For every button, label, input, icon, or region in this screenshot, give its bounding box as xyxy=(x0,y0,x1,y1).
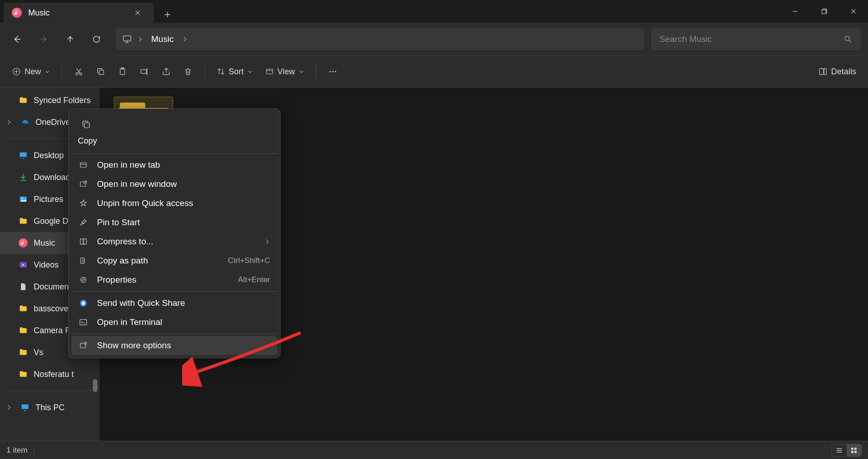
svg-rect-22 xyxy=(84,123,89,128)
title-bar: Music xyxy=(0,0,868,23)
new-tab-button[interactable] xyxy=(159,6,176,23)
new-button[interactable]: New xyxy=(5,62,56,81)
context-item-label: Open in new window xyxy=(97,179,177,189)
folder-icon xyxy=(18,369,28,379)
folder-icon xyxy=(18,325,28,335)
sidebar-divider xyxy=(6,391,93,391)
context-quick-share[interactable]: Send with Quick Share xyxy=(71,294,277,313)
sidebar-item-nosferatu[interactable]: Nosferatu t xyxy=(0,363,100,385)
separator xyxy=(34,445,34,455)
view-details-button[interactable] xyxy=(832,444,847,456)
toolbar: New Sort View Details xyxy=(0,56,868,88)
copy-button[interactable] xyxy=(90,62,112,81)
view-icons-button[interactable] xyxy=(847,444,861,456)
up-button[interactable] xyxy=(58,28,82,50)
terminal-icon xyxy=(79,318,89,327)
chevron-right-icon xyxy=(265,239,270,244)
more-options-icon xyxy=(79,341,89,350)
downloads-icon xyxy=(18,172,28,182)
context-copy-label[interactable]: Copy xyxy=(78,136,271,146)
share-button[interactable] xyxy=(155,62,177,81)
chevron-right-icon[interactable] xyxy=(138,36,143,42)
folder-icon xyxy=(18,304,28,314)
svg-rect-28 xyxy=(80,320,87,325)
chevron-down-icon xyxy=(45,69,50,74)
separator xyxy=(316,64,317,79)
search-box[interactable] xyxy=(651,28,861,50)
address-bar[interactable]: Music xyxy=(116,28,644,50)
documents-icon xyxy=(18,282,28,292)
chevron-right-icon[interactable] xyxy=(4,119,15,125)
pc-icon xyxy=(122,34,132,44)
pin-icon xyxy=(79,218,89,227)
context-item-label: Unpin from Quick access xyxy=(97,198,193,208)
cut-button[interactable] xyxy=(68,62,90,81)
context-pin-to-start[interactable]: Pin to Start xyxy=(71,213,277,232)
svg-rect-7 xyxy=(99,70,104,75)
svg-rect-31 xyxy=(851,448,853,450)
context-open-terminal[interactable]: Open in Terminal xyxy=(71,313,277,332)
music-icon xyxy=(18,238,28,248)
svg-rect-32 xyxy=(854,448,857,450)
new-label: New xyxy=(25,67,41,77)
folder-icon xyxy=(18,95,28,105)
context-compress-to[interactable]: Compress to... xyxy=(71,232,277,251)
pictures-icon xyxy=(18,194,28,204)
onedrive-icon xyxy=(20,117,30,127)
sidebar-item-label: Vs xyxy=(34,348,43,357)
more-button[interactable] xyxy=(322,62,344,81)
context-separator xyxy=(71,291,277,292)
search-icon[interactable] xyxy=(843,35,853,44)
sidebar-scrollbar-thumb[interactable] xyxy=(93,379,97,392)
view-label: View xyxy=(277,67,295,77)
view-button[interactable]: View xyxy=(259,62,311,81)
sort-button[interactable]: Sort xyxy=(210,62,259,81)
svg-rect-16 xyxy=(824,68,826,74)
refresh-button[interactable] xyxy=(85,28,108,50)
sidebar-item-label: Nosferatu t xyxy=(34,370,74,379)
chevron-right-icon[interactable] xyxy=(4,405,15,410)
window-controls xyxy=(781,0,868,23)
paste-button[interactable] xyxy=(112,62,133,81)
context-copy-as-path[interactable]: Copy as path Ctrl+Shift+C xyxy=(71,251,277,270)
svg-rect-11 xyxy=(266,69,273,74)
close-window-button[interactable] xyxy=(839,0,868,23)
breadcrumb-music[interactable]: Music xyxy=(148,34,177,44)
context-item-label: Properties xyxy=(97,275,137,285)
context-unpin-quick-access[interactable]: Unpin from Quick access xyxy=(71,194,277,213)
forward-button[interactable] xyxy=(32,28,56,50)
context-open-new-window[interactable]: Open in new window xyxy=(71,175,277,194)
minimize-button[interactable] xyxy=(781,0,810,23)
context-item-label: Copy as path xyxy=(97,256,148,266)
context-separator xyxy=(71,334,277,334)
sidebar-item-label: Pictures xyxy=(34,195,63,204)
compress-icon xyxy=(79,237,89,246)
details-button[interactable]: Details xyxy=(812,62,863,81)
svg-point-3 xyxy=(845,36,849,41)
tab-music[interactable]: Music xyxy=(4,3,154,23)
rename-button[interactable] xyxy=(133,62,155,81)
context-properties[interactable]: Properties Alt+Enter xyxy=(71,270,277,289)
sidebar-item-synced-folders[interactable]: Synced Folders xyxy=(0,89,100,111)
back-button[interactable] xyxy=(5,28,29,50)
tab-close-button[interactable] xyxy=(129,5,146,21)
maximize-button[interactable] xyxy=(810,0,839,23)
sidebar-item-this-pc[interactable]: This PC xyxy=(0,397,100,418)
svg-point-13 xyxy=(332,71,333,72)
svg-rect-10 xyxy=(141,70,147,73)
context-open-new-tab[interactable]: Open in new tab xyxy=(71,155,277,175)
delete-button[interactable] xyxy=(177,62,199,81)
context-item-label: Pin to Start xyxy=(97,217,140,227)
new-tab-icon xyxy=(79,160,89,170)
svg-rect-23 xyxy=(80,163,86,167)
separator xyxy=(204,64,205,79)
context-item-label: Send with Quick Share xyxy=(97,298,185,308)
sidebar-item-label: Music xyxy=(34,238,55,248)
context-copy-icon-button[interactable] xyxy=(78,116,94,133)
context-show-more-options[interactable]: Show more options xyxy=(71,336,277,355)
status-item-count: 1 item xyxy=(6,446,27,455)
svg-rect-15 xyxy=(819,68,823,74)
context-item-label: Show more options xyxy=(97,340,171,351)
search-input[interactable] xyxy=(659,34,843,44)
chevron-right-icon[interactable] xyxy=(182,36,188,42)
